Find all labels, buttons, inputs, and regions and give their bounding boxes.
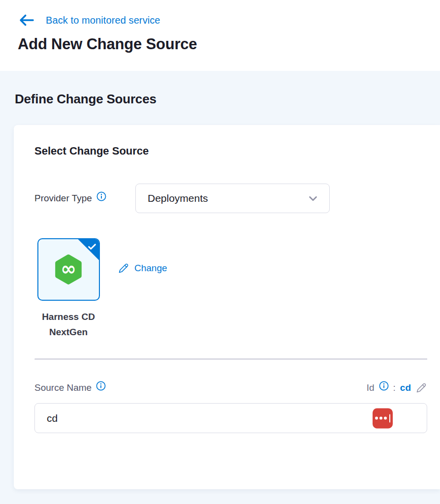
source-name-row: Source Name Id [34, 382, 427, 394]
provider-type-row: Provider Type Deployments [34, 184, 427, 213]
source-name-input[interactable] [34, 403, 427, 433]
provider-type-value: Deployments [148, 192, 307, 204]
page-title: Add New Change Source [18, 35, 440, 53]
source-name-input-wrap [34, 403, 427, 433]
provider-tile-label: Harness CD NextGen [31, 309, 105, 340]
edit-identifier-icon[interactable] [415, 382, 427, 394]
selected-provider-row: ∞ Harness CD NextGen Change [34, 238, 427, 340]
source-name-label-group: Source Name [34, 382, 106, 393]
password-manager-icon[interactable] [373, 408, 393, 428]
back-link-label[interactable]: Back to monitored service [46, 15, 160, 26]
identifier-value: cd [400, 382, 411, 393]
identifier-label: Id [367, 382, 375, 393]
section-heading: Define Change Sources [15, 92, 440, 107]
define-change-sources-section: Define Change Sources Select Change Sour… [0, 71, 440, 504]
provider-tile-harness-cd-nextgen[interactable]: ∞ [37, 238, 100, 301]
add-change-source-page: Back to monitored service Add New Change… [0, 0, 440, 504]
identifier-group: Id : cd [367, 382, 427, 394]
identifier-separator: : [393, 382, 396, 393]
provider-type-label: Provider Type [34, 193, 92, 204]
change-link-label[interactable]: Change [134, 263, 167, 274]
back-arrow-icon[interactable] [19, 14, 34, 27]
info-icon[interactable] [96, 191, 106, 201]
source-name-label: Source Name [34, 382, 92, 393]
info-icon[interactable] [96, 381, 106, 391]
edit-pencil-icon[interactable] [118, 262, 129, 274]
provider-type-dropdown[interactable]: Deployments [135, 184, 330, 213]
chevron-down-icon[interactable] [307, 192, 319, 205]
provider-type-label-group: Provider Type [34, 193, 135, 204]
change-provider-link[interactable]: Change [118, 262, 167, 274]
page-header: Back to monitored service Add New Change… [0, 0, 440, 71]
back-link[interactable]: Back to monitored service [19, 13, 440, 28]
selected-provider: ∞ Harness CD NextGen [31, 238, 105, 340]
divider [34, 358, 427, 360]
change-source-card: Select Change Source Provider Type Deplo… [14, 125, 440, 489]
card-heading: Select Change Source [34, 145, 427, 158]
info-icon[interactable] [379, 381, 389, 391]
harness-cd-icon: ∞ [52, 253, 85, 286]
infinity-glyph: ∞ [61, 259, 76, 278]
check-icon [87, 241, 97, 252]
